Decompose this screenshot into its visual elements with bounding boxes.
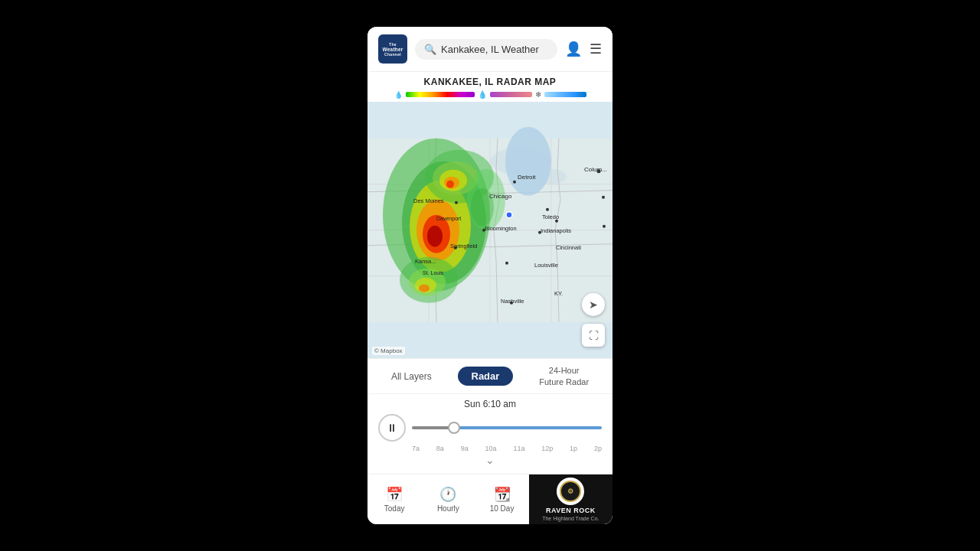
search-bar[interactable]: 🔍 Kankakee, IL Weather (415, 39, 557, 60)
ten-day-label: 10 Day (490, 504, 514, 513)
svg-text:St. Louis: St. Louis (423, 270, 444, 276)
svg-text:Nashville: Nashville (501, 298, 524, 305)
search-input: Kankakee, IL Weather (441, 44, 539, 55)
today-label: Today (384, 504, 405, 513)
ten-day-icon: 📆 (494, 486, 511, 503)
bottom-nav: 📅 Today 🕐 Hourly 📆 10 Day ⚙ RAVEN ROCK T… (368, 474, 612, 524)
svg-text:Cincinnati: Cincinnati (556, 244, 581, 251)
pause-button[interactable]: ⏸ (378, 414, 406, 442)
pause-icon: ⏸ (387, 422, 397, 434)
logo-line3: Channel (384, 52, 401, 57)
hourly-label: Hourly (437, 504, 459, 513)
ad-tagline: The Highland Trade Co. (542, 516, 599, 521)
radar-tab[interactable]: Radar (458, 367, 514, 386)
radar-map-svg: Detroit Des Moines Davenport Chicago Blo… (368, 102, 612, 358)
ad-company-name: RAVEN ROCK (546, 507, 596, 514)
time-label: Sun 6:10 am (378, 399, 602, 409)
weather-channel-logo: The Weather Channel (378, 34, 407, 64)
rain-drop-icon: 💧 (394, 91, 403, 99)
tick-2p: 2p (594, 445, 602, 452)
legend-bar: 💧 💧 ❄ (368, 89, 612, 102)
tick-8a: 8a (436, 445, 444, 452)
today-icon: 📅 (386, 486, 403, 503)
svg-text:Bloomington: Bloomington (485, 225, 517, 232)
svg-point-29 (455, 201, 458, 204)
hourly-nav-item[interactable]: 🕐 Hourly (421, 474, 475, 524)
svg-point-25 (419, 285, 430, 292)
future-radar-tab[interactable]: 24-HourFuture Radar (539, 365, 589, 387)
time-ticks: 7a 8a 9a 10a 11a 12p 1p 2p (378, 442, 602, 452)
today-nav-item[interactable]: 📅 Today (368, 474, 421, 524)
header-icons: 👤 ☰ (565, 41, 602, 57)
ad-logo: ⚙ (557, 478, 584, 505)
svg-text:Colum...: Colum... (584, 166, 607, 173)
fullscreen-icon: ⛶ (589, 330, 599, 341)
svg-text:KY.: KY. (554, 290, 563, 297)
search-icon: 🔍 (424, 44, 436, 55)
mixed-legend-gradient (490, 92, 532, 97)
mapbox-attribution: © Mapbox (372, 347, 405, 355)
rain-legend-gradient (406, 92, 475, 97)
svg-text:Chicago: Chicago (489, 193, 512, 200)
slider-right-fill (454, 426, 602, 429)
svg-point-30 (506, 212, 512, 218)
timeline-slider[interactable] (412, 420, 602, 435)
svg-point-40 (603, 225, 606, 228)
tick-1p: 1p (570, 445, 577, 452)
map-title: KANKAKEE, IL RADAR MAP (368, 72, 612, 89)
menu-icon[interactable]: ☰ (590, 41, 602, 57)
svg-text:Detroit: Detroit (518, 174, 536, 181)
svg-point-39 (602, 196, 605, 199)
svg-text:Kansa...: Kansa... (415, 258, 436, 265)
ad-logo-inner: ⚙ (560, 481, 581, 502)
locate-icon: ➤ (589, 298, 598, 311)
logo-line2: Weather (383, 47, 403, 52)
tick-11a: 11a (513, 445, 524, 452)
svg-text:Des Moines: Des Moines (413, 197, 444, 204)
svg-text:Davenport: Davenport (436, 216, 461, 222)
fullscreen-button[interactable]: ⛶ (582, 324, 605, 347)
svg-point-36 (505, 262, 508, 265)
svg-text:Indianapolis: Indianapolis (541, 227, 571, 234)
timeline-section: Sun 6:10 am ⏸ 7a 8a 9a 10a 11a 12p 1p 2p (368, 393, 612, 474)
map-area[interactable]: Detroit Des Moines Davenport Chicago Blo… (368, 102, 612, 358)
app-container: The Weather Channel 🔍 Kankakee, IL Weath… (368, 27, 612, 524)
snow-legend-gradient (544, 92, 586, 97)
ten-day-nav-item[interactable]: 📆 10 Day (475, 474, 528, 524)
svg-point-16 (427, 226, 443, 247)
layer-tabs: All Layers Radar 24-HourFuture Radar (368, 358, 612, 393)
svg-text:Springfield: Springfield (450, 243, 477, 249)
all-layers-tab[interactable]: All Layers (391, 370, 432, 383)
legend-mixed-drop: 💧 (478, 90, 487, 99)
ad-banner: ⚙ RAVEN ROCK The Highland Trade Co. (529, 474, 612, 524)
tick-7a: 7a (412, 445, 420, 452)
collapse-chevron[interactable]: ⌄ (378, 452, 602, 468)
svg-point-28 (513, 181, 516, 184)
svg-point-21 (446, 181, 454, 188)
hourly-icon: 🕐 (439, 486, 456, 503)
snow-icon: ❄ (535, 90, 541, 99)
timeline-row: ⏸ (378, 414, 602, 442)
svg-text:Toledo: Toledo (542, 214, 559, 220)
svg-point-33 (546, 208, 549, 211)
header: The Weather Channel 🔍 Kankakee, IL Weath… (368, 27, 612, 72)
tick-10a: 10a (485, 445, 497, 452)
slider-track (412, 426, 602, 429)
tick-9a: 9a (461, 445, 469, 452)
tick-12p: 12p (541, 445, 553, 452)
svg-point-10 (505, 127, 551, 196)
slider-thumb[interactable] (448, 422, 460, 434)
profile-icon[interactable]: 👤 (565, 41, 582, 57)
svg-text:Louisville: Louisville (534, 262, 558, 269)
